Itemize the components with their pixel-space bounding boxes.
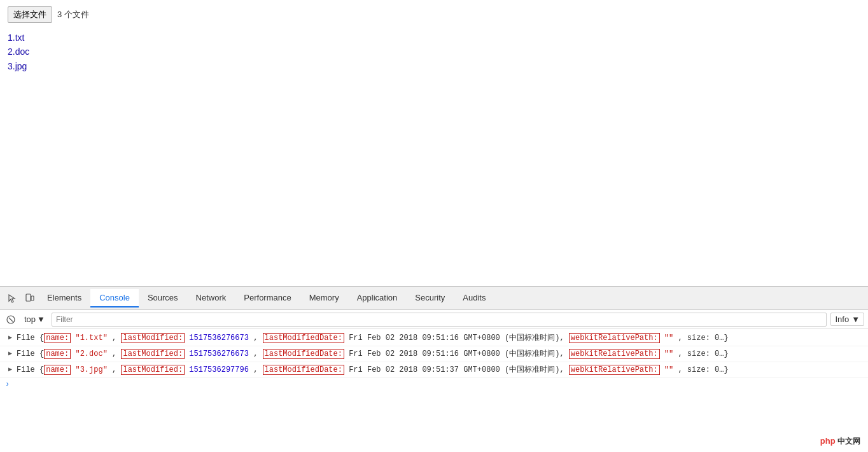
console-row-1-text: File {name: "1.txt" , lastModified: 1517… xyxy=(17,332,863,344)
expand-row-1-button[interactable]: ▶ xyxy=(5,332,15,343)
clear-console-button[interactable] xyxy=(4,313,18,327)
tab-memory[interactable]: Memory xyxy=(300,289,348,307)
tab-security[interactable]: Security xyxy=(406,289,454,307)
tab-elements[interactable]: Elements xyxy=(38,289,90,307)
console-row-3: ▶ File {name: "3.jpg" , lastModified: 15… xyxy=(0,362,868,378)
console-prompt: › xyxy=(0,378,868,391)
log-level-selector[interactable]: Info ▼ xyxy=(830,313,864,326)
watermark: php 中文网 xyxy=(820,436,860,447)
inspect-icon-button[interactable] xyxy=(3,290,20,307)
console-row-2: ▶ File {name: "2.doc" , lastModified: 15… xyxy=(0,346,868,362)
file-link-1[interactable]: 1.txt xyxy=(8,31,860,45)
devtools-panel: Elements Console Sources Network Perform… xyxy=(0,286,868,452)
file-link-2[interactable]: 2.doc xyxy=(8,45,860,59)
svg-rect-1 xyxy=(31,296,34,300)
filter-input[interactable] xyxy=(52,313,827,327)
tab-application[interactable]: Application xyxy=(348,289,407,307)
device-icon-button[interactable] xyxy=(20,290,38,307)
file-input-row: 选择文件 3 个文件 xyxy=(8,6,860,23)
prompt-arrow-icon: › xyxy=(5,380,10,389)
svg-rect-0 xyxy=(26,294,31,301)
devtools-toolbar: top ▼ Info ▼ xyxy=(0,310,868,329)
log-level-label: Info xyxy=(835,314,849,324)
expand-row-2-button[interactable]: ▶ xyxy=(5,348,15,358)
tab-sources[interactable]: Sources xyxy=(139,289,187,307)
choose-file-button[interactable]: 选择文件 xyxy=(8,6,52,23)
console-output: ▶ File {name: "1.txt" , lastModified: 15… xyxy=(0,329,868,452)
tab-network[interactable]: Network xyxy=(187,289,235,307)
context-label: top xyxy=(24,314,36,324)
console-row-1: ▶ File {name: "1.txt" , lastModified: 15… xyxy=(0,330,868,346)
file-link-3[interactable]: 3.jpg xyxy=(8,59,860,73)
expand-row-3-button[interactable]: ▶ xyxy=(5,364,15,374)
context-arrow-icon: ▼ xyxy=(37,314,45,324)
file-count: 3 个文件 xyxy=(57,9,89,20)
tab-audits[interactable]: Audits xyxy=(454,289,494,307)
tab-console[interactable]: Console xyxy=(90,289,139,307)
file-links: 1.txt 2.doc 3.jpg xyxy=(8,31,860,73)
main-content: 选择文件 3 个文件 1.txt 2.doc 3.jpg xyxy=(0,0,868,286)
console-row-2-text: File {name: "2.doc" , lastModified: 1517… xyxy=(17,348,863,360)
devtools-tabs-bar: Elements Console Sources Network Perform… xyxy=(0,287,868,310)
tab-performance[interactable]: Performance xyxy=(235,289,300,307)
context-selector[interactable]: top ▼ xyxy=(22,313,48,325)
log-level-arrow-icon: ▼ xyxy=(851,314,860,324)
console-row-3-text: File {name: "3.jpg" , lastModified: 1517… xyxy=(17,364,863,376)
svg-line-3 xyxy=(9,318,13,321)
